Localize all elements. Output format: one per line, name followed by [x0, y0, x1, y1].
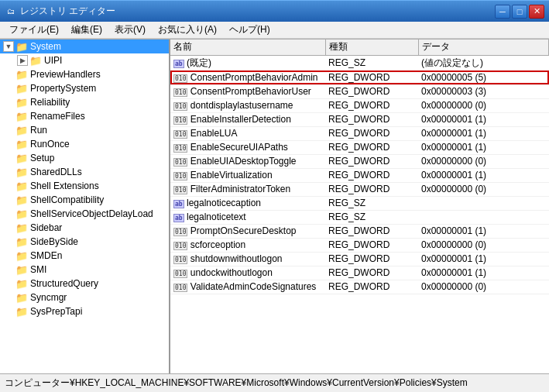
folder-icon: 📁	[15, 181, 28, 192]
tree-item[interactable]: 📁RunOnce	[0, 137, 169, 151]
tree-panel[interactable]: ▼📁System▶📁UIPI📁PreviewHandlers📁PropertyS…	[0, 40, 170, 373]
tree-expander[interactable]: ▼	[3, 41, 14, 52]
col-data[interactable]: データ	[418, 40, 549, 55]
table-row[interactable]: 010 EnableInstallerDetection REG_DWORD 0…	[170, 112, 549, 126]
tree-item[interactable]: 📁Run	[0, 123, 169, 137]
row-type: REG_DWORD	[325, 70, 418, 84]
menu-help[interactable]: ヘルプ(H)	[223, 22, 276, 38]
tree-item[interactable]: 📁SMDEn	[0, 249, 169, 263]
tree-item-label: SMDEn	[30, 250, 62, 261]
folder-icon: 📁	[15, 208, 28, 220]
table-row[interactable]: 010 shutdownwithoutlogon REG_DWORD 0x000…	[170, 252, 549, 266]
window-title: レジストリ エディター	[20, 5, 115, 18]
tree-item[interactable]: 📁SideBySide	[0, 235, 169, 249]
row-name: ab legalnoticecaption	[170, 196, 325, 210]
tree-item-label: SharedDLLs	[30, 167, 82, 177]
tree-item-label: SysPrepTapi	[30, 306, 82, 317]
row-name: 010 dontdisplaylastusername	[170, 98, 325, 112]
row-name: 010 ConsentPromptBehaviorUser	[170, 84, 325, 98]
tree-item[interactable]: 📁Shell Extensions	[0, 179, 169, 193]
tree-item-label: Syncmgr	[30, 292, 67, 303]
folder-icon: 📁	[15, 139, 28, 150]
row-data: 0x00000005 (5)	[418, 70, 549, 84]
menu-edit[interactable]: 編集(E)	[65, 22, 108, 38]
tree-item-label: Reliability	[30, 97, 70, 108]
folder-icon: 📁	[15, 306, 28, 318]
reg-dword-icon: 010	[173, 158, 187, 167]
tree-item[interactable]: 📁StructuredQuery	[0, 277, 169, 291]
tree-expander[interactable]: ▶	[17, 55, 28, 66]
folder-icon: 📁	[15, 250, 28, 262]
tree-item[interactable]: 📁Reliability	[0, 95, 169, 109]
tree-item[interactable]: ▼📁System	[0, 40, 169, 53]
table-row[interactable]: 010 EnableSecureUIAPaths REG_DWORD 0x000…	[170, 140, 549, 154]
reg-sz-icon: ab	[173, 214, 184, 222]
table-row[interactable]: 010 FilterAdministratorToken REG_DWORD 0…	[170, 182, 549, 196]
table-row[interactable]: 010 undockwithoutlogon REG_DWORD 0x00000…	[170, 266, 549, 280]
row-name: 010 EnableVirtualization	[170, 168, 325, 182]
folder-icon: 📁	[15, 153, 28, 164]
folder-icon: 📁	[15, 83, 28, 95]
row-name: ab legalnoticetext	[170, 210, 325, 224]
close-button[interactable]: ✕	[529, 5, 544, 19]
folder-icon: 📁	[15, 292, 28, 304]
table-row[interactable]: ab (既定) REG_SZ (値の設定なし)	[170, 55, 549, 70]
tree-item[interactable]: 📁Sidebar	[0, 221, 169, 235]
tree-item[interactable]: 📁SMI	[0, 263, 169, 277]
folder-icon: 📁	[15, 222, 28, 234]
tree-item[interactable]: 📁SysPrepTapi	[0, 304, 169, 318]
tree-item-label: Run	[30, 125, 47, 136]
tree-item[interactable]: 📁PreviewHandlers	[0, 67, 169, 81]
table-row[interactable]: 010 ConsentPromptBehaviorUser REG_DWORD …	[170, 84, 549, 98]
menu-file[interactable]: ファイル(E)	[3, 22, 65, 38]
tree-item[interactable]: 📁ShellCompatibility	[0, 193, 169, 207]
tree-item-label: Setup	[30, 153, 54, 163]
folder-icon: 📁	[15, 194, 28, 206]
row-type: REG_DWORD	[325, 154, 418, 168]
row-data: 0x00000000 (0)	[418, 154, 549, 168]
tree-item[interactable]: ▶📁UIPI	[0, 53, 169, 67]
menu-favorites[interactable]: お気に入り(A)	[152, 22, 223, 38]
table-row[interactable]: 010 ConsentPromptBehaviorAdmin REG_DWORD…	[170, 70, 549, 84]
row-name: 010 ConsentPromptBehaviorAdmin	[170, 70, 325, 84]
reg-dword-icon: 010	[173, 228, 187, 236]
col-type[interactable]: 種類	[325, 40, 418, 55]
row-name: 010 undockwithoutlogon	[170, 266, 325, 280]
app-icon: 🗂	[5, 5, 17, 18]
reg-dword-icon: 010	[173, 270, 187, 278]
reg-dword-icon: 010	[173, 186, 187, 194]
values-panel[interactable]: 名前 種類 データ ab (既定) REG_SZ (値の設定なし) 010 Co…	[170, 40, 549, 373]
table-row[interactable]: ab legalnoticecaption REG_SZ	[170, 196, 549, 210]
row-data	[418, 210, 549, 224]
tree-item[interactable]: 📁ShellServiceObjectDelayLoad	[0, 207, 169, 221]
row-type: REG_DWORD	[325, 238, 418, 252]
menu-view[interactable]: 表示(V)	[108, 22, 152, 38]
table-row[interactable]: 010 dontdisplaylastusername REG_DWORD 0x…	[170, 98, 549, 112]
tree-item-label: PreviewHandlers	[30, 69, 101, 80]
col-name[interactable]: 名前	[170, 40, 325, 55]
table-row[interactable]: 010 scforceoption REG_DWORD 0x00000000 (…	[170, 238, 549, 252]
minimize-button[interactable]: ─	[495, 5, 510, 19]
maximize-button[interactable]: □	[512, 5, 527, 19]
folder-icon: 📁	[15, 97, 28, 108]
table-row[interactable]: 010 ValidateAdminCodeSignatures REG_DWOR…	[170, 280, 549, 294]
tree-item[interactable]: 📁SharedDLLs	[0, 165, 169, 179]
row-data: 0x00000000 (0)	[418, 98, 549, 112]
row-name: 010 EnableLUA	[170, 126, 325, 140]
tree-item[interactable]: 📁Setup	[0, 151, 169, 165]
tree-item[interactable]: 📁RenameFiles	[0, 109, 169, 123]
row-data: (値の設定なし)	[418, 55, 549, 70]
row-name: ab (既定)	[170, 55, 325, 70]
tree-item[interactable]: 📁Syncmgr	[0, 291, 169, 304]
table-row[interactable]: ab legalnoticetext REG_SZ	[170, 210, 549, 224]
row-type: REG_DWORD	[325, 280, 418, 294]
table-row[interactable]: 010 EnableUIADesktopToggle REG_DWORD 0x0…	[170, 154, 549, 168]
status-text: コンピューター¥HKEY_LOCAL_MACHINE¥SOFTWARE¥Micr…	[5, 377, 468, 390]
tree-item[interactable]: 📁PropertySystem	[0, 81, 169, 95]
table-row[interactable]: 010 PromptOnSecureDesktop REG_DWORD 0x00…	[170, 224, 549, 238]
tree-item-label: SMI	[30, 264, 46, 275]
row-type: REG_DWORD	[325, 126, 418, 140]
table-row[interactable]: 010 EnableLUA REG_DWORD 0x00000001 (1)	[170, 126, 549, 140]
reg-sz-icon: ab	[173, 200, 184, 208]
table-row[interactable]: 010 EnableVirtualization REG_DWORD 0x000…	[170, 168, 549, 182]
